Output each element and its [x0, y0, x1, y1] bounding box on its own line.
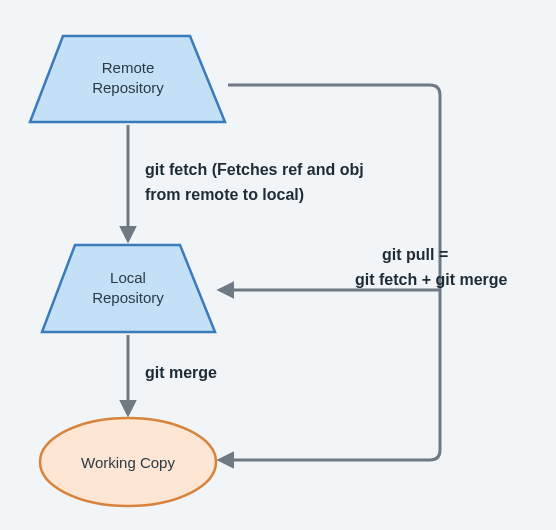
edge-pull-label-1: git pull =	[382, 246, 448, 263]
edge-fetch-label-1: git fetch (Fetches ref and obj	[145, 161, 364, 178]
local-label-1: Local	[110, 269, 146, 286]
remote-label-2: Repository	[92, 79, 164, 96]
remote-repository-node: Remote Repository	[30, 36, 225, 122]
edge-pull-label-2: git fetch + git merge	[355, 271, 508, 288]
remote-label-1: Remote	[102, 59, 155, 76]
edge-fetch-label-2: from remote to local)	[145, 186, 304, 203]
working-copy-node: Working Copy	[40, 418, 216, 506]
local-label-2: Repository	[92, 289, 164, 306]
local-repository-node: Local Repository	[42, 245, 215, 332]
git-flow-diagram: Remote Repository Local Repository Worki…	[0, 0, 556, 530]
diagram-svg: Remote Repository Local Repository Worki…	[0, 0, 556, 530]
edge-merge-label: git merge	[145, 364, 217, 381]
working-label: Working Copy	[81, 454, 175, 471]
